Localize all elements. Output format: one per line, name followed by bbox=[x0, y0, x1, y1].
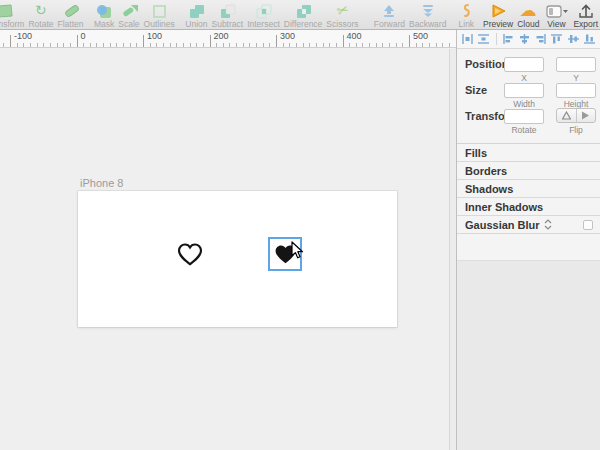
ruler-tick bbox=[402, 43, 403, 47]
size-height-input[interactable] bbox=[556, 83, 596, 98]
ruler-tick bbox=[130, 43, 131, 47]
position-x-input[interactable] bbox=[504, 57, 544, 72]
align-top-icon[interactable] bbox=[550, 32, 563, 46]
ruler-tick bbox=[30, 43, 31, 47]
ruler-tick bbox=[369, 43, 370, 47]
stepper-icon[interactable] bbox=[544, 219, 552, 230]
ruler-tick bbox=[409, 35, 410, 47]
flip-vertical-icon bbox=[581, 111, 590, 120]
toolbar-rotate-button[interactable]: ↻ Rotate bbox=[26, 0, 55, 29]
canvas[interactable]: iPhone 8 bbox=[0, 49, 456, 450]
ruler-tick bbox=[243, 43, 244, 47]
ruler-tick bbox=[156, 43, 157, 47]
transform-flip-label: Flip bbox=[556, 125, 596, 135]
heart-outline-shape[interactable] bbox=[175, 239, 205, 269]
gaussian-blur-checkbox[interactable] bbox=[583, 220, 593, 230]
toolbar-mask-button[interactable]: Mask bbox=[92, 0, 116, 29]
ruler-tick bbox=[163, 43, 164, 47]
ruler-tick-label: 500 bbox=[413, 31, 428, 41]
distribute-vertical-icon[interactable] bbox=[477, 32, 490, 46]
ruler-tick bbox=[436, 43, 437, 47]
align-middle-vertical-icon[interactable] bbox=[566, 32, 579, 46]
ruler-tick-label: 0 bbox=[81, 31, 86, 41]
ruler-tick bbox=[103, 43, 104, 47]
borders-label: Borders bbox=[465, 165, 507, 177]
artboard-label[interactable]: iPhone 8 bbox=[80, 177, 123, 189]
toolbar-flatten-button[interactable]: Flatten bbox=[55, 0, 85, 29]
toolbar-outlines-button[interactable]: Outlines bbox=[142, 0, 177, 29]
ruler-tick bbox=[170, 43, 171, 47]
canvas-scrollbar[interactable] bbox=[449, 49, 456, 450]
ruler-tick bbox=[23, 43, 24, 47]
toolbar-cloud-button[interactable]: ☁ Cloud bbox=[515, 0, 541, 29]
ruler-tick bbox=[362, 43, 363, 47]
section-shadows[interactable]: Shadows bbox=[457, 180, 600, 198]
ruler-tick-label: 200 bbox=[214, 31, 229, 41]
ruler-tick bbox=[296, 43, 297, 47]
ruler-tick bbox=[396, 43, 397, 47]
ruler-tick bbox=[63, 43, 64, 47]
ruler-tick bbox=[143, 35, 144, 47]
align-left-icon[interactable] bbox=[501, 32, 514, 46]
ruler-tick bbox=[96, 43, 97, 47]
toolbar-difference-button[interactable]: Difference bbox=[282, 0, 325, 29]
mouse-cursor bbox=[290, 241, 305, 260]
ruler-tick bbox=[316, 43, 317, 47]
inspector-panel: Position X Y Size Width Height bbox=[456, 30, 600, 450]
section-borders[interactable]: Borders bbox=[457, 162, 600, 180]
flatten-icon bbox=[60, 2, 80, 19]
align-bottom-icon[interactable] bbox=[583, 32, 596, 46]
outlines-icon bbox=[149, 2, 169, 19]
distribute-horizontal-icon[interactable] bbox=[461, 32, 474, 46]
toolbar: Transform ↻ Rotate Flatten Mask Scale Ou… bbox=[0, 0, 600, 30]
size-row: Size Width Height bbox=[457, 79, 600, 105]
align-right-icon[interactable] bbox=[534, 32, 547, 46]
inner-shadows-label: Inner Shadows bbox=[465, 201, 543, 213]
toolbar-view-button[interactable]: View bbox=[541, 0, 571, 29]
toolbar-export-button[interactable]: Export bbox=[571, 0, 600, 29]
toolbar-scale-button[interactable]: Scale bbox=[116, 0, 141, 29]
preview-icon bbox=[488, 2, 508, 19]
ruler-tick-label: 300 bbox=[280, 31, 295, 41]
toolbar-transform-button[interactable]: Transform bbox=[0, 0, 26, 29]
ruler-tick bbox=[256, 43, 257, 47]
toolbar-subtract-button[interactable]: Subtract bbox=[209, 0, 245, 29]
position-row: Position X Y bbox=[457, 53, 600, 79]
toolbar-forward-button[interactable]: Forward bbox=[372, 0, 407, 29]
flip-vertical-button[interactable] bbox=[576, 109, 596, 122]
transform-row: Transform Rotate Flip bbox=[457, 105, 600, 131]
export-icon bbox=[577, 2, 595, 19]
transform-rotate-label: Rotate bbox=[504, 125, 544, 135]
ruler-tick bbox=[416, 43, 417, 47]
ruler-tick bbox=[289, 43, 290, 47]
transform-rotate-input[interactable] bbox=[504, 109, 544, 124]
align-center-horizontal-icon[interactable] bbox=[518, 32, 531, 46]
toolbar-intersect-button[interactable]: Intersect bbox=[245, 0, 282, 29]
ruler-tick-label: 100 bbox=[147, 31, 162, 41]
ruler-tick bbox=[329, 43, 330, 47]
ruler-tick bbox=[110, 43, 111, 47]
ruler-tick bbox=[356, 43, 357, 47]
flip-horizontal-button[interactable] bbox=[557, 109, 576, 122]
size-width-input[interactable] bbox=[504, 83, 544, 98]
ruler-tick bbox=[442, 43, 443, 47]
ruler-tick bbox=[203, 43, 204, 47]
toolbar-scissors-button[interactable]: ✂ Scissors bbox=[324, 0, 360, 29]
ruler-tick bbox=[343, 35, 344, 47]
flip-control bbox=[556, 108, 596, 123]
section-gaussian-blur[interactable]: Gaussian Blur bbox=[457, 216, 600, 234]
toolbar-union-button[interactable]: Union bbox=[183, 0, 209, 29]
mask-icon bbox=[94, 2, 114, 19]
section-fills[interactable]: Fills bbox=[457, 144, 600, 162]
toolbar-preview-button[interactable]: Preview bbox=[481, 0, 515, 29]
toolbar-backward-button[interactable]: Backward bbox=[407, 0, 448, 29]
ruler-tick bbox=[37, 43, 38, 47]
ruler-tick bbox=[190, 43, 191, 47]
ruler-tick bbox=[223, 43, 224, 47]
ruler-tick bbox=[382, 43, 383, 47]
toolbar-link-button[interactable]: Link bbox=[457, 0, 477, 29]
position-y-input[interactable] bbox=[556, 57, 596, 72]
section-inner-shadows[interactable]: Inner Shadows bbox=[457, 198, 600, 216]
artboard[interactable] bbox=[78, 191, 397, 327]
union-icon bbox=[186, 2, 206, 19]
